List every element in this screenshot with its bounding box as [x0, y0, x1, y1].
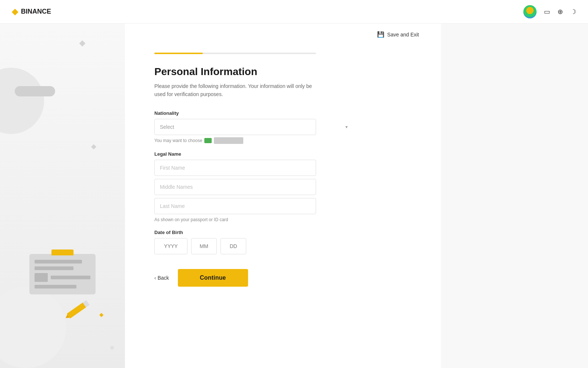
header: ◆ BINANCE ▭ ⊕ ☽: [0, 0, 588, 24]
logo[interactable]: ◆ BINANCE: [12, 7, 51, 17]
illustration-area: [0, 24, 125, 368]
header-right: ▭ ⊕ ☽: [523, 5, 576, 18]
content-area: 💾 Save and Exit Personal Information Ple…: [125, 24, 441, 368]
back-chevron-icon: ‹: [154, 275, 156, 281]
deco-diamond-2: [91, 144, 96, 149]
clipboard-line-2: [35, 266, 74, 270]
save-icon: 💾: [377, 31, 384, 38]
save-exit-label: Save and Exit: [387, 32, 419, 38]
dob-row: [154, 238, 353, 254]
continue-button[interactable]: Continue: [178, 269, 248, 287]
dob-month-input[interactable]: [191, 238, 217, 254]
dark-mode-icon[interactable]: ☽: [570, 8, 576, 16]
legal-name-label: Legal Name: [154, 151, 353, 157]
deco-circle-2: [0, 287, 66, 368]
nationality-select[interactable]: Select: [154, 119, 316, 135]
nationality-select-wrapper: Select ▾: [154, 119, 353, 135]
save-exit-button[interactable]: 💾 Save and Exit: [377, 31, 419, 38]
clipboard-bottom-line: [35, 285, 76, 289]
continue-label: Continue: [200, 275, 226, 281]
button-row: ‹ Back Continue: [154, 269, 353, 287]
deco-circle-1: [0, 68, 44, 134]
clipboard-body: [29, 254, 96, 294]
suggestion-text: You may want to choose ████████: [154, 137, 353, 144]
tablet-illustration: [15, 86, 55, 96]
deco-diamond-1: [79, 40, 86, 47]
clipboard-top: [51, 250, 74, 255]
pencil-illustration: [65, 300, 90, 321]
first-name-input[interactable]: [154, 160, 316, 176]
page-title: Personal Information: [154, 66, 353, 78]
nationality-label: Nationality: [154, 110, 353, 116]
back-button[interactable]: ‹ Back: [154, 275, 169, 281]
binance-logo-icon: ◆: [12, 7, 18, 17]
clipboard-line-row: [35, 273, 90, 282]
back-label: Back: [158, 275, 169, 281]
name-field-note: As shown on your passport or ID card: [154, 217, 353, 222]
right-decorative-area: [441, 24, 588, 368]
avatar[interactable]: [523, 5, 537, 18]
pencil-body: [67, 302, 86, 319]
logo-text: BINANCE: [21, 8, 51, 15]
page-description: Please provide the following information…: [154, 82, 320, 99]
globe-icon[interactable]: ⊕: [557, 8, 563, 16]
avatar-image: [523, 5, 537, 18]
flag-icon: [204, 138, 212, 143]
progress-bar-fill: [154, 53, 203, 54]
device-icon[interactable]: ▭: [544, 8, 550, 16]
deco-diamond-4: [99, 313, 103, 317]
clipboard-illustration: [29, 250, 96, 294]
dob-day-input[interactable]: [220, 238, 246, 254]
suggested-country-blurred: ████████: [214, 137, 243, 144]
select-arrow-icon: ▾: [345, 124, 348, 130]
deco-dot-1: [110, 346, 114, 350]
save-exit-area: 💾 Save and Exit: [125, 24, 441, 38]
clipboard-line-fill: [51, 276, 90, 279]
suggestion-prefix: You may want to choose: [154, 138, 202, 143]
progress-bar-container: [154, 53, 316, 54]
main-layout: 💾 Save and Exit Personal Information Ple…: [0, 24, 588, 368]
sidebar: [0, 24, 125, 368]
form-container: Personal Information Please provide the …: [125, 38, 382, 309]
dob-year-input[interactable]: [154, 238, 187, 254]
last-name-input[interactable]: [154, 198, 316, 214]
dob-label: Date of Birth: [154, 230, 353, 235]
clipboard-line-1: [35, 260, 82, 263]
middle-name-input[interactable]: [154, 179, 316, 195]
clipboard-box: [35, 273, 48, 282]
